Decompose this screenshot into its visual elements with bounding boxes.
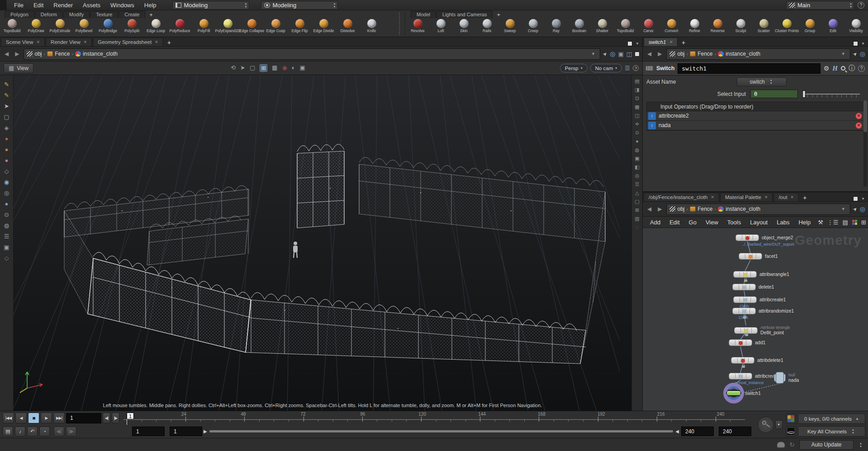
reorder-up-icon[interactable]: ↑ [648,112,656,120]
breadcrumb-instance-cloth[interactable]: instance_cloth [726,51,760,57]
display-option-icon[interactable]: ◧ [635,165,639,170]
add-tab-button[interactable]: + [678,39,689,46]
range-end-field[interactable]: 240 [681,427,714,436]
node-name-label[interactable]: switch1 [745,391,761,396]
shelf-tool[interactable]: Edge Divide [312,19,336,37]
select-area-icon[interactable]: ▢ [250,64,255,72]
main-desktop-selector[interactable]: Main ▲▼ [786,1,854,9]
spinner-icon[interactable]: ▲▼ [858,442,863,448]
shelf-tool[interactable]: PolyExtrude [48,19,72,37]
input-operator-row[interactable]: ↑ attribcreate2 ✕ [647,111,864,121]
breadcrumb[interactable]: obj › Fence › instance_cloth ▼ [666,204,850,215]
set-key-button[interactable] [758,417,774,433]
step-forward-button[interactable]: |▶ [112,413,119,423]
display-option-icon[interactable]: ⊡ [635,96,639,101]
shelf-divider-handle[interactable] [399,12,405,35]
network-node[interactable]: attribdelete1 [731,357,783,364]
node-shape[interactable] [729,339,752,346]
toolbar-menu-icon[interactable]: ☰ [625,65,630,71]
viewport-tool-icon[interactable]: ◍ [4,223,9,228]
input-operator-row[interactable]: ↑ nada ✕ [647,121,864,130]
network-menu-item[interactable]: Layout [745,218,772,226]
network-node[interactable]: attribwrangle1 [733,271,789,278]
node-shape[interactable] [732,284,756,290]
pane-tab[interactable]: switch1 ✕ [644,38,678,46]
breadcrumb-instance-cloth[interactable]: instance_cloth [83,51,118,57]
shelf-tool[interactable]: PolyBridge [96,19,120,37]
network-menu-item[interactable]: Go [684,218,701,226]
viewport-tool-icon[interactable]: ✎ [4,81,9,87]
breadcrumb-obj[interactable]: obj [677,51,684,57]
go-to-end-button[interactable]: ▶▶| [53,413,65,423]
pane-menu-chevron-icon[interactable]: ▼ [861,197,865,201]
shelf-tool[interactable]: Edge Flip [288,19,312,37]
shelf-tool[interactable]: Edge Loop [144,19,168,37]
range-start-display-field[interactable]: 1 [170,427,202,436]
background-swatch[interactable] [635,52,640,57]
shelf-tool[interactable]: TopoBuild [0,19,24,37]
forward-arrow-icon[interactable]: ▶ [13,51,21,57]
desktop-selector-left[interactable]: Modeling ▲▼ [172,1,249,9]
forward-arrow-icon[interactable]: ▶ [656,206,664,212]
viewport-tool-icon[interactable]: ◇ [5,168,9,174]
link-target-icon[interactable]: ◎ [610,50,615,57]
display-option-icon[interactable]: ◫ [635,113,639,118]
recook-icon[interactable]: ↻ [789,441,795,448]
shelf-tool[interactable]: PolyDraw [24,19,48,37]
snap-grid-icon[interactable]: ⊞ [260,64,267,72]
key-options-chevron-icon[interactable]: ▼ [775,420,783,429]
audio-icon[interactable]: ♪ [15,427,25,437]
breadcrumb-fence[interactable]: Fence [697,206,712,212]
viewport-tool-icon[interactable]: ◈ [5,125,9,131]
close-icon[interactable]: ✕ [155,40,158,44]
pin-pane-icon[interactable]: ➤ [851,205,859,213]
shelf-tab[interactable]: Deform [35,11,63,18]
delete-operator-icon[interactable]: ✕ [855,113,862,119]
node-shape[interactable] [731,357,754,364]
shelf-tool[interactable]: Creep [522,19,545,37]
network-menu-item[interactable]: View [701,218,723,226]
loop-mode-icon[interactable]: ↶ [27,427,38,437]
display-option-icon[interactable]: ▦ [635,104,639,109]
spinner-icon[interactable]: ▲▼ [768,79,774,85]
close-icon[interactable]: ✕ [84,40,87,44]
pane-menu-chevron-icon[interactable]: ▼ [861,42,865,46]
viewport-tool-icon[interactable]: ▢ [4,114,9,120]
menu-item[interactable]: Render [49,1,77,9]
display-flags-icon[interactable]: ⊞ [861,219,866,226]
back-arrow-icon[interactable]: ◀ [645,51,653,57]
shelf-tool[interactable]: Edit [821,19,844,37]
gear-icon[interactable]: ⚙ [824,65,830,72]
scoped-channels-icon[interactable] [786,413,796,424]
breadcrumb-instance-cloth[interactable]: instance_cloth [726,206,760,212]
range-right-handle[interactable]: ◀ [675,429,679,434]
playhead-flag[interactable]: 1 [127,413,134,419]
shelf-tool[interactable]: Revolve [406,19,429,37]
prev-keyframe-button[interactable]: ◀| [54,427,64,437]
shelf-tool[interactable]: Dissolve [336,19,360,37]
tools-wrench-icon[interactable]: ⚒ [818,219,823,226]
pane-maximize-icon[interactable] [853,41,858,46]
shelf-tool[interactable]: PolySplit [120,19,144,37]
shelf-tool[interactable]: Group [798,19,821,37]
viewport-tool-icon[interactable]: ◉ [4,179,9,185]
camera-b-icon[interactable]: ◫ [626,51,632,57]
menu-item[interactable]: Assets [79,1,104,9]
shelf-tool[interactable]: Sweep [498,19,522,37]
viewport-tool-icon[interactable]: ● [5,136,9,142]
node-name-label[interactable]: attribcreate1 [759,297,786,302]
search-icon[interactable] [841,66,845,71]
node-name-label[interactable]: attribwrangle1 [759,272,789,277]
breadcrumb-dropdown-icon[interactable]: ▼ [589,52,597,56]
next-keyframe-button[interactable]: |▶ [66,427,76,437]
tree-view-icon[interactable]: ⋮☰ [827,219,839,226]
node-type-icon[interactable] [646,66,653,71]
network-node[interactable]: object_merge2 ../../barbed_wire/OUT_supo… [735,234,793,241]
current-frame-field[interactable]: 1 [66,413,101,423]
shelf-tool[interactable]: Convert [660,19,683,37]
viewport-tool-icon[interactable]: ● [5,147,9,152]
forward-arrow-icon[interactable]: ▶ [656,51,664,57]
pane-maximize-icon[interactable] [853,196,858,201]
node-shape[interactable] [735,234,759,241]
range-start-field[interactable]: 1 [132,427,165,436]
